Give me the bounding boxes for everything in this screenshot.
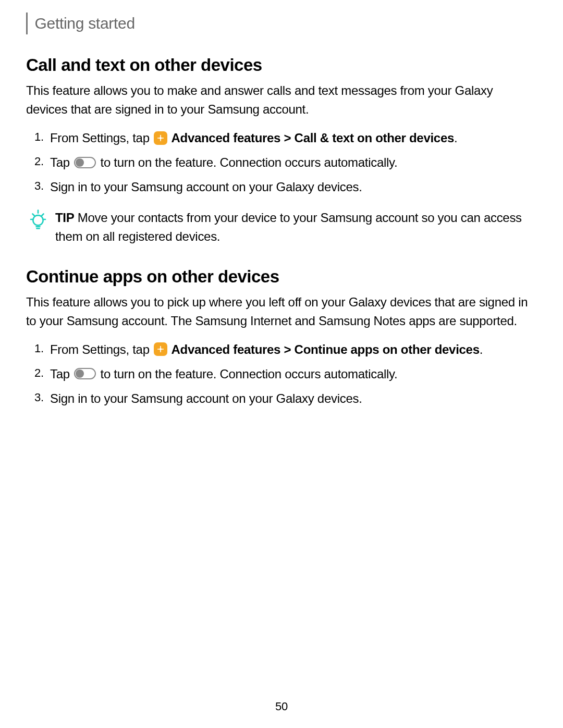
tip-body: Move your contacts from your device to y… (55, 211, 522, 243)
step-3: Sign in to your Samsung account on your … (50, 389, 537, 408)
intro-continue-apps: This feature allows you to pick up where… (26, 293, 537, 330)
step1-path: Advanced features > Call & text on other… (168, 131, 454, 145)
section-call-text: Call and text on other devices This feat… (26, 55, 537, 246)
toggle-icon (74, 157, 96, 168)
svg-line-9 (33, 214, 35, 216)
step-3: Sign in to your Samsung account on your … (50, 177, 537, 196)
tip-label: TIP (55, 211, 74, 225)
heading-continue-apps: Continue apps on other devices (26, 267, 537, 287)
step-1: From Settings, tap Advanced features > C… (50, 340, 537, 359)
intro-call-text: This feature allows you to make and answ… (26, 81, 537, 119)
step2-prefix: Tap (50, 155, 73, 169)
step1-prefix: From Settings, tap (50, 131, 153, 145)
advanced-features-icon (154, 131, 167, 145)
step1-suffix: . (480, 342, 483, 356)
step2-suffix: to turn on the feature. Connection occur… (97, 367, 397, 381)
advanced-features-icon (154, 342, 167, 356)
section-header: Getting started (26, 13, 537, 34)
lightbulb-icon (27, 208, 49, 230)
svg-point-2 (160, 137, 162, 139)
svg-line-10 (42, 214, 44, 216)
step-1: From Settings, tap Advanced features > C… (50, 128, 537, 147)
section-label: Getting started (35, 13, 135, 34)
page-number: 50 (0, 700, 563, 713)
step1-path: Advanced features > Continue apps on oth… (168, 342, 480, 356)
svg-point-3 (33, 215, 43, 225)
step1-suffix: . (454, 131, 457, 145)
steps-call-text: From Settings, tap Advanced features > C… (26, 128, 537, 197)
step2-suffix: to turn on the feature. Connection occur… (97, 155, 397, 169)
tip-block: TIP Move your contacts from your device … (27, 208, 537, 246)
section-continue-apps: Continue apps on other devices This feat… (26, 267, 537, 409)
step-2: Tap to turn on the feature. Connection o… (50, 153, 537, 172)
svg-point-13 (160, 348, 162, 350)
section-bar (26, 13, 28, 34)
step1-prefix: From Settings, tap (50, 342, 153, 356)
steps-continue-apps: From Settings, tap Advanced features > C… (26, 340, 537, 409)
toggle-icon (74, 368, 96, 379)
step2-prefix: Tap (50, 367, 73, 381)
step-2: Tap to turn on the feature. Connection o… (50, 364, 537, 384)
tip-text: TIP Move your contacts from your device … (55, 208, 537, 246)
heading-call-text: Call and text on other devices (26, 55, 537, 75)
